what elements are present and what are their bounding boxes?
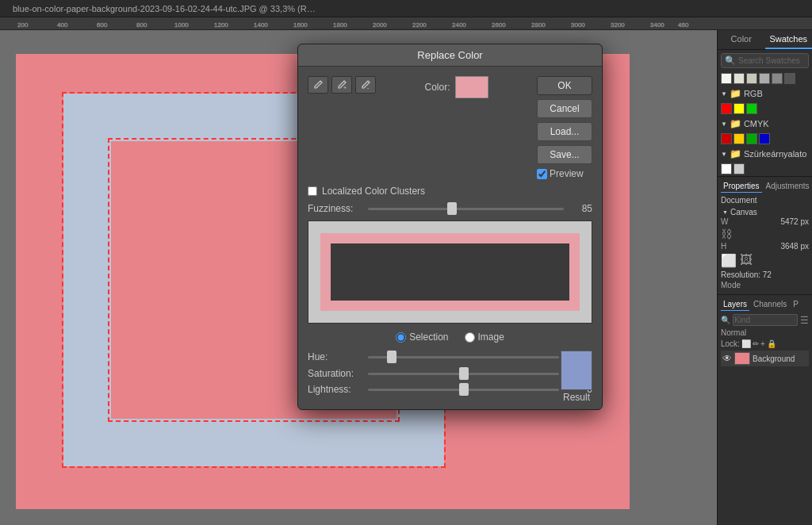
svg-text:3000: 3000 xyxy=(571,21,585,29)
canvas-group-header[interactable]: ▼ Canvas xyxy=(721,207,809,217)
swatch-row-1 xyxy=(718,71,812,86)
rgb-group-header[interactable]: ▼ 📁 RGB xyxy=(718,86,812,102)
svg-text:2200: 2200 xyxy=(412,21,427,29)
layers-tab[interactable]: Layers xyxy=(721,298,749,311)
svg-rect-0 xyxy=(0,17,812,30)
eye-icon[interactable]: 👁 xyxy=(722,353,732,364)
svg-text:1800: 1800 xyxy=(333,21,347,29)
swatch-gray2[interactable] xyxy=(733,163,745,174)
layers-menu-icon[interactable]: ☰ xyxy=(800,315,809,326)
lock-lock-icon[interactable]: 🔒 xyxy=(767,339,776,348)
selection-label: Selection xyxy=(409,331,448,343)
svg-text:2400: 2400 xyxy=(452,21,466,29)
eyedropper-subtract-button[interactable]: - xyxy=(355,76,376,94)
rgb-swatch-row xyxy=(718,102,812,116)
width-row: W 5472 px xyxy=(721,217,809,226)
svg-text:800: 800 xyxy=(136,21,147,29)
swatch-cyan[interactable] xyxy=(721,133,732,144)
lock-all-icon[interactable]: + xyxy=(760,339,765,348)
saturation-label: Saturation: xyxy=(308,368,363,379)
resize-icon[interactable]: 🖼 xyxy=(740,253,753,268)
preview-checkbox[interactable] xyxy=(537,169,547,179)
folder-icon: 📁 xyxy=(730,88,741,99)
lightness-slider[interactable] xyxy=(368,389,559,391)
preview-label: Preview xyxy=(550,168,584,179)
fuzziness-slider[interactable] xyxy=(368,208,564,210)
svg-text:3200: 3200 xyxy=(611,21,625,29)
swatches-panel-tab[interactable]: Swatches xyxy=(765,30,813,49)
channels-tab[interactable]: Channels xyxy=(751,298,789,311)
color-swatch-preview[interactable] xyxy=(455,76,488,98)
swatch-item[interactable] xyxy=(733,73,745,84)
hue-label: Hue: xyxy=(308,351,363,362)
saturation-slider[interactable] xyxy=(368,373,559,375)
chevron-down-icon: ▼ xyxy=(721,90,727,98)
resolution-row: Resolution: 72 xyxy=(721,270,809,279)
hue-row: Hue: -142 xyxy=(308,351,592,363)
lock-position-icon[interactable]: ✏ xyxy=(753,339,759,348)
image-radio[interactable] xyxy=(465,332,475,343)
image-radio-item: Image xyxy=(465,331,504,343)
localized-checkbox[interactable] xyxy=(308,186,317,196)
layer-item[interactable]: 👁 Background xyxy=(721,351,809,366)
adjustments-tab[interactable]: Adjustments xyxy=(764,180,812,193)
lock-pixels-icon[interactable]: ⬜ xyxy=(741,339,751,348)
lightness-label: Lightness: xyxy=(308,384,363,395)
swatch-red[interactable] xyxy=(721,103,732,114)
layers-kind-filter[interactable]: Kind xyxy=(733,314,798,326)
eyedropper-button[interactable] xyxy=(308,76,328,94)
resolution-value: Resolution: 72 xyxy=(721,270,772,279)
paths-tab[interactable]: P xyxy=(791,298,801,311)
chevron-down-icon: ▼ xyxy=(721,151,727,158)
ok-button[interactable]: OK xyxy=(537,76,592,95)
swatch-item[interactable] xyxy=(772,73,783,84)
save-button[interactable]: Save... xyxy=(537,145,592,164)
swatch-yellow2[interactable] xyxy=(746,133,757,144)
color-label: Color: xyxy=(424,82,450,93)
replace-color-dialog: Replace Color + xyxy=(297,44,603,410)
swatch-green[interactable] xyxy=(746,103,757,114)
selection-radio[interactable] xyxy=(396,332,406,343)
result-swatch xyxy=(561,351,592,390)
folder-icon: 📁 xyxy=(730,148,741,159)
svg-text:+: + xyxy=(343,85,347,90)
lock-label: Lock: xyxy=(721,339,740,348)
svg-text:1200: 1200 xyxy=(214,21,228,29)
preview-row: Preview xyxy=(537,168,592,179)
swatch-item[interactable] xyxy=(721,73,732,84)
szurke-label: Szürkeárnyalato xyxy=(744,149,807,159)
preview-image xyxy=(308,220,592,324)
folder-icon: 📁 xyxy=(730,118,741,129)
document-tab[interactable]: blue-on-color-paper-background-2023-09-1… xyxy=(6,2,324,15)
swatch-item[interactable] xyxy=(784,73,795,84)
width-value: 5472 px xyxy=(780,217,809,226)
svg-text:2800: 2800 xyxy=(531,21,546,29)
swatch-item[interactable] xyxy=(759,73,770,84)
crop-icon[interactable]: ⬜ xyxy=(721,253,737,268)
swatch-yellow[interactable] xyxy=(733,103,745,114)
search-icon: 🔍 xyxy=(721,316,730,324)
layer-thumbnail xyxy=(734,352,750,365)
eyedropper-add-button[interactable]: + xyxy=(331,76,352,94)
swatch-gray1[interactable] xyxy=(721,163,732,174)
color-panel-tab[interactable]: Color xyxy=(718,30,765,49)
cmyk-group-header[interactable]: ▼ 📁 CMYK xyxy=(718,116,812,132)
svg-text:2000: 2000 xyxy=(373,21,387,29)
width-label: W xyxy=(721,217,728,226)
szurke-group-header[interactable]: ▼ 📁 Szürkeárnyalato xyxy=(718,146,812,162)
svg-text:-: - xyxy=(367,85,370,90)
cancel-button[interactable]: Cancel xyxy=(537,99,592,118)
swatch-magenta[interactable] xyxy=(733,133,745,144)
properties-tab[interactable]: Properties xyxy=(721,180,762,193)
hue-slider[interactable] xyxy=(368,356,559,358)
szurke-swatch-row xyxy=(718,162,812,176)
saturation-row: Saturation: 0 xyxy=(308,368,592,379)
svg-text:1000: 1000 xyxy=(174,21,189,29)
canvas-icons-row: ⬜ 🖼 xyxy=(721,253,809,268)
swatch-black[interactable] xyxy=(759,133,770,144)
swatch-item[interactable] xyxy=(746,73,757,84)
load-button[interactable]: Load... xyxy=(537,122,592,141)
mode-row: Mode xyxy=(721,281,809,289)
height-value: 3648 px xyxy=(780,242,809,251)
ruler: 200 400 600 800 1000 1200 1400 1600 1800… xyxy=(0,17,812,30)
